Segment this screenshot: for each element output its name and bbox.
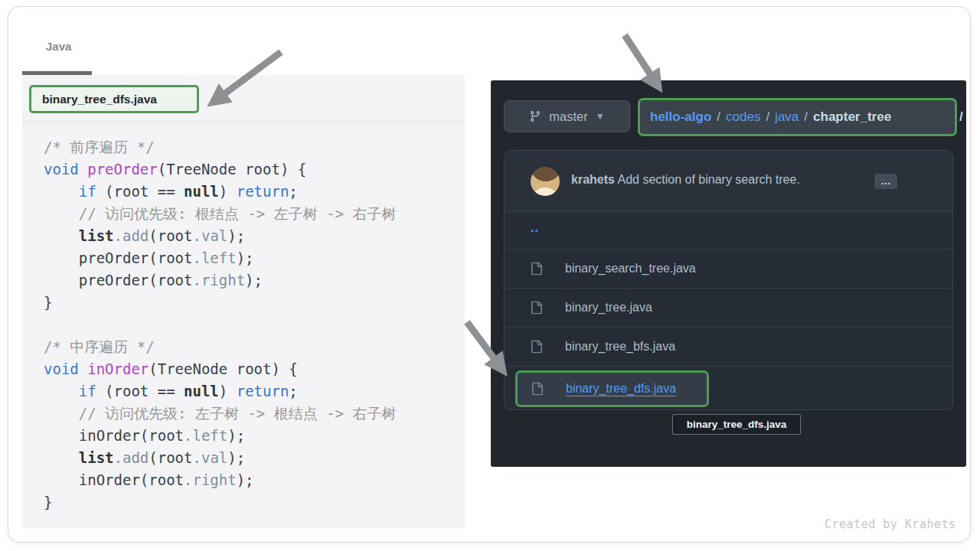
tooltip: binary_tree_dfs.java	[672, 414, 801, 435]
credit-text: Created by Krahets	[825, 517, 956, 531]
commit-text: krahets Add section of binary search tre…	[571, 173, 800, 187]
commit-row: krahets Add section of binary search tre…	[505, 151, 952, 212]
commit-ellipsis-button[interactable]: …	[874, 174, 897, 189]
code-line: preOrder(root.right);	[44, 269, 396, 292]
file-name-link[interactable]: binary_tree_dfs.java	[566, 382, 676, 396]
file-name-link[interactable]: binary_tree.java	[565, 301, 652, 315]
breadcrumb-segment-chapter_tree: chapter_tree	[813, 109, 891, 124]
breadcrumb-segment-codes[interactable]: codes	[726, 109, 760, 124]
code-line: inOrder(root.left);	[44, 425, 396, 447]
file-icon	[530, 262, 543, 276]
code-line: // 访问优先级: 根结点 -> 左子树 -> 右子树	[44, 203, 396, 225]
breadcrumb-highlight-box: hello-algo/codes/java/chapter_tree	[638, 98, 957, 136]
file-row[interactable]: binary_tree_bfs.java	[505, 327, 952, 366]
file-icon	[531, 383, 544, 396]
filename-highlight-box: binary_tree_dfs.java	[29, 85, 199, 113]
code-line: list.add(root.val);	[44, 225, 396, 247]
breadcrumb-segment-hello-algo[interactable]: hello-algo	[650, 109, 711, 124]
commit-author-link[interactable]: krahets	[571, 173, 615, 186]
git-branch-icon	[529, 110, 541, 122]
breadcrumb-trailing-separator: /	[959, 109, 963, 125]
code-line: preOrder(root.left);	[44, 247, 396, 269]
figure-stage: Java binary_tree_dfs.java /* 前序遍历 */void…	[0, 0, 980, 551]
code-line: /* 中序遍历 */	[44, 336, 396, 358]
file-name-link[interactable]: binary_search_tree.java	[565, 262, 696, 276]
chevron-down-icon: ▼	[596, 111, 605, 122]
file-highlight-box: binary_tree_dfs.java	[515, 370, 709, 407]
code-line: inOrder(root.right);	[44, 469, 396, 491]
file-row[interactable]: binary_tree.java	[505, 288, 952, 327]
code-line: if (root == null) return;	[44, 181, 396, 203]
breadcrumb-segment-java[interactable]: java	[775, 109, 799, 124]
breadcrumb-separator: /	[799, 109, 813, 124]
code-line: /* 前序遍历 */	[44, 136, 396, 158]
code-filename: binary_tree_dfs.java	[42, 93, 157, 106]
branch-selector-button[interactable]: master ▼	[504, 100, 630, 132]
avatar[interactable]	[531, 167, 560, 196]
file-row[interactable]: binary_tree_dfs.java	[505, 366, 952, 411]
file-icon	[530, 302, 543, 315]
code-line: if (root == null) return;	[44, 380, 396, 403]
divider	[22, 121, 465, 122]
tab-java[interactable]: Java	[46, 40, 71, 53]
code-line: }	[44, 292, 396, 314]
breadcrumb-separator: /	[760, 109, 775, 124]
file-table: krahets Add section of binary search tre…	[504, 150, 953, 410]
file-row[interactable]: ..	[505, 212, 952, 249]
file-row[interactable]: binary_search_tree.java	[505, 249, 952, 288]
breadcrumb-separator: /	[711, 109, 726, 124]
code-line: list.add(root.val);	[44, 447, 396, 469]
parent-directory-link[interactable]: ..	[531, 221, 539, 235]
code-line: void inOrder(TreeNode root) {	[44, 358, 396, 380]
code-panel: binary_tree_dfs.java /* 前序遍历 */void preO…	[22, 75, 465, 528]
commit-message-link[interactable]: Add section of binary search tree.	[617, 173, 799, 186]
breadcrumb: hello-algo/codes/java/chapter_tree	[650, 109, 891, 125]
code-line: void preOrder(TreeNode root) {	[44, 158, 396, 181]
code-line: // 访问优先级: 左子树 -> 根结点 -> 右子树	[44, 403, 396, 425]
file-name-link[interactable]: binary_tree_bfs.java	[565, 340, 675, 354]
code-line: }	[44, 491, 396, 514]
code-block: /* 前序遍历 */void preOrder(TreeNode root) {…	[44, 136, 396, 514]
code-line	[44, 314, 396, 336]
branch-name: master	[549, 109, 587, 124]
github-panel: master ▼ hello-algo/codes/java/chapter_t…	[491, 80, 966, 467]
file-icon	[530, 341, 543, 354]
